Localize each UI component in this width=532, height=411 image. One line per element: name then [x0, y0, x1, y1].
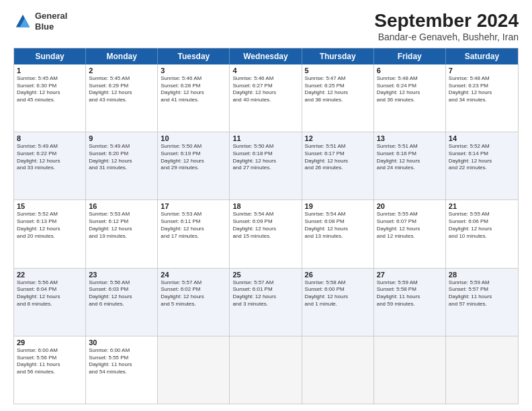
- calendar-cell-r3-c1: 23Sunrise: 5:56 AM Sunset: 6:03 PM Dayli…: [86, 269, 158, 336]
- logo-line2: Blue: [35, 21, 67, 32]
- calendar-cell-r1-c0: 8Sunrise: 5:49 AM Sunset: 6:22 PM Daylig…: [14, 132, 86, 199]
- calendar-cell-r0-c3: 4Sunrise: 5:46 AM Sunset: 6:27 PM Daylig…: [230, 64, 302, 132]
- day-info: Sunrise: 5:49 AM Sunset: 6:22 PM Dayligh…: [17, 143, 83, 172]
- calendar-cell-r2-c5: 20Sunrise: 5:55 AM Sunset: 6:07 PM Dayli…: [374, 200, 446, 267]
- calendar-cell-r3-c5: 27Sunrise: 5:59 AM Sunset: 5:58 PM Dayli…: [374, 269, 446, 336]
- day-number: 13: [377, 134, 443, 142]
- day-number: 20: [377, 202, 443, 210]
- day-info: Sunrise: 5:57 AM Sunset: 6:01 PM Dayligh…: [232, 279, 298, 308]
- day-number: 25: [232, 271, 298, 279]
- day-info: Sunrise: 5:46 AM Sunset: 6:28 PM Dayligh…: [161, 75, 226, 104]
- calendar-cell-r0-c5: 6Sunrise: 5:48 AM Sunset: 6:24 PM Daylig…: [374, 64, 446, 132]
- day-number: 30: [89, 338, 154, 347]
- calendar-header-wednesday: Wednesday: [230, 48, 302, 64]
- calendar-cell-r1-c5: 13Sunrise: 5:51 AM Sunset: 6:16 PM Dayli…: [374, 132, 446, 199]
- calendar-cell-r1-c6: 14Sunrise: 5:52 AM Sunset: 6:14 PM Dayli…: [446, 132, 518, 199]
- day-info: Sunrise: 5:58 AM Sunset: 6:00 PM Dayligh…: [305, 279, 371, 308]
- day-number: 8: [17, 134, 83, 142]
- calendar-cell-r4-c4: [302, 336, 374, 404]
- calendar-cell-r1-c3: 11Sunrise: 5:50 AM Sunset: 6:18 PM Dayli…: [230, 132, 302, 199]
- day-info: Sunrise: 6:00 AM Sunset: 5:56 PM Dayligh…: [17, 347, 83, 376]
- calendar-header-monday: Monday: [86, 48, 158, 64]
- day-number: 15: [17, 202, 83, 210]
- day-info: Sunrise: 5:45 AM Sunset: 6:30 PM Dayligh…: [17, 75, 83, 104]
- day-number: 5: [305, 66, 371, 75]
- day-info: Sunrise: 5:47 AM Sunset: 6:25 PM Dayligh…: [305, 75, 371, 104]
- calendar-cell-r2-c4: 19Sunrise: 5:54 AM Sunset: 6:08 PM Dayli…: [302, 200, 374, 267]
- day-info: Sunrise: 5:54 AM Sunset: 6:09 PM Dayligh…: [232, 211, 298, 240]
- day-number: 16: [89, 202, 154, 210]
- day-number: 27: [377, 271, 443, 279]
- calendar-header-saturday: Saturday: [446, 48, 518, 64]
- logo-icon: [13, 12, 32, 31]
- calendar-cell-r2-c0: 15Sunrise: 5:52 AM Sunset: 6:13 PM Dayli…: [14, 200, 86, 267]
- day-number: 18: [232, 202, 298, 210]
- calendar-row-3: 22Sunrise: 5:56 AM Sunset: 6:04 PM Dayli…: [14, 268, 518, 336]
- calendar-row-4: 29Sunrise: 6:00 AM Sunset: 5:56 PM Dayli…: [14, 336, 518, 404]
- calendar-cell-r2-c1: 16Sunrise: 5:53 AM Sunset: 6:12 PM Dayli…: [86, 200, 158, 267]
- calendar-cell-r1-c4: 12Sunrise: 5:51 AM Sunset: 6:17 PM Dayli…: [302, 132, 374, 199]
- day-info: Sunrise: 5:55 AM Sunset: 6:06 PM Dayligh…: [449, 211, 515, 240]
- day-number: 26: [305, 271, 371, 279]
- calendar-cell-r0-c2: 3Sunrise: 5:46 AM Sunset: 6:28 PM Daylig…: [158, 64, 230, 132]
- subtitle: Bandar-e Genaveh, Bushehr, Iran: [374, 32, 519, 42]
- calendar-row-0: 1Sunrise: 5:45 AM Sunset: 6:30 PM Daylig…: [14, 64, 518, 132]
- day-number: 23: [89, 271, 154, 279]
- day-number: 21: [449, 202, 515, 210]
- day-info: Sunrise: 5:52 AM Sunset: 6:14 PM Dayligh…: [449, 143, 515, 172]
- day-info: Sunrise: 5:50 AM Sunset: 6:19 PM Dayligh…: [161, 143, 226, 172]
- day-number: 9: [89, 134, 154, 142]
- day-number: 19: [305, 202, 371, 210]
- calendar-row-1: 8Sunrise: 5:49 AM Sunset: 6:22 PM Daylig…: [14, 132, 518, 199]
- calendar-cell-r1-c1: 9Sunrise: 5:49 AM Sunset: 6:20 PM Daylig…: [86, 132, 158, 199]
- calendar-cell-r4-c0: 29Sunrise: 6:00 AM Sunset: 5:56 PM Dayli…: [14, 336, 86, 404]
- calendar-row-2: 15Sunrise: 5:52 AM Sunset: 6:13 PM Dayli…: [14, 199, 518, 267]
- calendar-cell-r4-c3: [230, 336, 302, 404]
- day-number: 3: [161, 66, 226, 75]
- calendar-cell-r3-c0: 22Sunrise: 5:56 AM Sunset: 6:04 PM Dayli…: [14, 269, 86, 336]
- day-number: 22: [17, 271, 83, 279]
- day-info: Sunrise: 5:53 AM Sunset: 6:11 PM Dayligh…: [161, 211, 226, 240]
- day-info: Sunrise: 5:54 AM Sunset: 6:08 PM Dayligh…: [305, 211, 371, 240]
- day-info: Sunrise: 5:48 AM Sunset: 6:23 PM Dayligh…: [449, 75, 515, 104]
- calendar-cell-r0-c1: 2Sunrise: 5:45 AM Sunset: 6:29 PM Daylig…: [86, 64, 158, 132]
- calendar-header-sunday: Sunday: [14, 48, 86, 64]
- day-number: 12: [305, 134, 371, 142]
- calendar-cell-r2-c6: 21Sunrise: 5:55 AM Sunset: 6:06 PM Dayli…: [446, 200, 518, 267]
- title-section: September 2024 Bandar-e Genaveh, Bushehr…: [374, 11, 519, 42]
- day-info: Sunrise: 6:00 AM Sunset: 5:55 PM Dayligh…: [89, 347, 154, 376]
- day-number: 17: [161, 202, 226, 210]
- calendar-header: SundayMondayTuesdayWednesdayThursdayFrid…: [14, 48, 518, 64]
- calendar-cell-r0-c6: 7Sunrise: 5:48 AM Sunset: 6:23 PM Daylig…: [446, 64, 518, 132]
- day-number: 28: [449, 271, 515, 279]
- logo-text: General Blue: [35, 11, 67, 32]
- calendar-body: 1Sunrise: 5:45 AM Sunset: 6:30 PM Daylig…: [14, 64, 518, 404]
- calendar-cell-r0-c4: 5Sunrise: 5:47 AM Sunset: 6:25 PM Daylig…: [302, 64, 374, 132]
- day-number: 29: [17, 338, 83, 347]
- main-title: September 2024: [374, 11, 519, 32]
- calendar-cell-r3-c3: 25Sunrise: 5:57 AM Sunset: 6:01 PM Dayli…: [230, 269, 302, 336]
- day-number: 2: [89, 66, 154, 75]
- day-info: Sunrise: 5:55 AM Sunset: 6:07 PM Dayligh…: [377, 211, 443, 240]
- calendar-cell-r2-c3: 18Sunrise: 5:54 AM Sunset: 6:09 PM Dayli…: [230, 200, 302, 267]
- calendar-cell-r4-c1: 30Sunrise: 6:00 AM Sunset: 5:55 PM Dayli…: [86, 336, 158, 404]
- calendar-cell-r3-c2: 24Sunrise: 5:57 AM Sunset: 6:02 PM Dayli…: [158, 269, 230, 336]
- day-info: Sunrise: 5:53 AM Sunset: 6:12 PM Dayligh…: [89, 211, 154, 240]
- day-number: 14: [449, 134, 515, 142]
- calendar-header-friday: Friday: [374, 48, 446, 64]
- calendar-header-tuesday: Tuesday: [158, 48, 230, 64]
- day-number: 11: [232, 134, 298, 142]
- calendar-cell-r4-c5: [374, 336, 446, 404]
- calendar: SundayMondayTuesdayWednesdayThursdayFrid…: [13, 48, 519, 404]
- day-info: Sunrise: 5:56 AM Sunset: 6:03 PM Dayligh…: [89, 279, 154, 308]
- calendar-cell-r4-c2: [158, 336, 230, 404]
- calendar-cell-r0-c0: 1Sunrise: 5:45 AM Sunset: 6:30 PM Daylig…: [14, 64, 86, 132]
- day-info: Sunrise: 5:51 AM Sunset: 6:17 PM Dayligh…: [305, 143, 371, 172]
- day-info: Sunrise: 5:48 AM Sunset: 6:24 PM Dayligh…: [377, 75, 443, 104]
- day-number: 4: [232, 66, 298, 75]
- day-info: Sunrise: 5:45 AM Sunset: 6:29 PM Dayligh…: [89, 75, 154, 104]
- header: General Blue September 2024 Bandar-e Gen…: [13, 11, 519, 42]
- day-number: 10: [161, 134, 226, 142]
- day-number: 7: [449, 66, 515, 75]
- day-info: Sunrise: 5:50 AM Sunset: 6:18 PM Dayligh…: [232, 143, 298, 172]
